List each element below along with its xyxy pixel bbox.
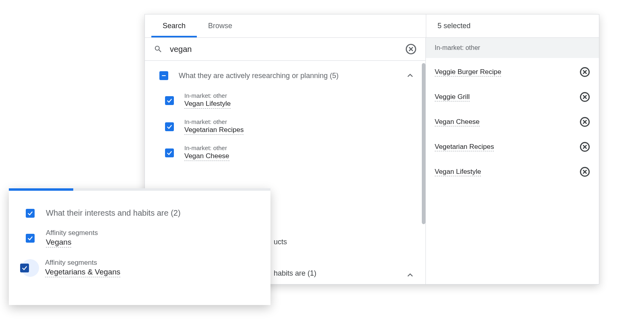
overlay-category: Affinity segments: [46, 229, 98, 237]
tabs-row: Search Browse 5 selected: [145, 14, 599, 38]
selected-group-header: In-market: other: [426, 38, 599, 58]
overlay-item-text: Affinity segments Vegetarians & Vegans: [45, 259, 120, 277]
search-icon: [154, 45, 163, 54]
scrollbar[interactable]: [422, 63, 425, 224]
clear-search-button[interactable]: [405, 43, 417, 55]
selected-name: Veggie Burger Recipe: [435, 68, 501, 76]
search-input[interactable]: [170, 45, 405, 54]
affinity-overlay-panel: What their interests and habits are (2) …: [9, 188, 270, 305]
checkbox-checked-icon[interactable]: [26, 234, 35, 243]
chevron-up-icon[interactable]: [406, 271, 414, 279]
result-item-text: In-market: other Vegetarian Recipes: [184, 118, 244, 135]
overlay-group[interactable]: What their interests and habits are (2): [26, 203, 258, 223]
checkbox-checked-icon[interactable]: [165, 148, 174, 157]
tabs: Search Browse: [145, 14, 426, 37]
result-name: Vegan Cheese: [184, 152, 229, 161]
overlay-category: Affinity segments: [45, 259, 120, 267]
checkbox-checked-icon[interactable]: [26, 209, 35, 218]
result-item-text: In-market: other Vegan Cheese: [184, 144, 229, 161]
checkbox-indeterminate-icon[interactable]: [159, 71, 168, 80]
overlay-group-label: What their interests and habits are (2): [46, 208, 181, 218]
overlay-body: What their interests and habits are (2) …: [9, 191, 270, 287]
result-item[interactable]: In-market: other Vegan Lifestyle: [145, 87, 425, 113]
result-category: In-market: other: [184, 144, 229, 151]
remove-button[interactable]: [580, 67, 590, 77]
selected-count: 5 selected: [426, 14, 599, 37]
tab-search[interactable]: Search: [151, 14, 197, 37]
selected-name: Vegan Lifestyle: [435, 168, 481, 176]
result-name: Vegetarian Recipes: [184, 126, 244, 135]
result-category: In-market: other: [184, 118, 244, 125]
remove-button[interactable]: [580, 117, 590, 127]
selected-name: Vegan Cheese: [435, 118, 480, 126]
result-category: In-market: other: [184, 92, 231, 99]
selected-column: In-market: other Veggie Burger Recipe Ve…: [426, 38, 599, 284]
remove-button[interactable]: [580, 167, 590, 177]
checkbox-checked-icon[interactable]: [165, 96, 174, 105]
chevron-up-icon[interactable]: [406, 72, 414, 80]
overlay-tab-indicator: [9, 188, 270, 191]
checkbox-checked-icon[interactable]: [20, 264, 29, 272]
tab-browse[interactable]: Browse: [197, 14, 244, 37]
result-item[interactable]: In-market: other Vegan Cheese: [145, 140, 425, 166]
overlay-name: Vegetarians & Vegans: [45, 268, 120, 277]
selected-name: Vegetarian Recipes: [435, 143, 494, 151]
overlay-item-text: Affinity segments Vegans: [46, 229, 98, 247]
focus-ring: [21, 259, 39, 277]
selected-item: Vegan Lifestyle: [426, 159, 599, 184]
selected-item: Vegetarian Recipes: [426, 134, 599, 159]
search-bar: [145, 38, 425, 61]
selected-list: Veggie Burger Recipe Veggie Grill Vegan …: [426, 58, 599, 186]
remove-button[interactable]: [580, 92, 590, 102]
checkbox-checked-icon[interactable]: [165, 122, 174, 131]
obscured-group-label: habits are (1): [274, 269, 316, 278]
overlay-item[interactable]: Affinity segments Vegans: [26, 223, 258, 253]
remove-button[interactable]: [580, 142, 590, 152]
selected-item: Veggie Grill: [426, 85, 599, 109]
result-name: Vegan Lifestyle: [184, 100, 231, 109]
overlay-name: Vegans: [46, 238, 71, 247]
result-item[interactable]: In-market: other Vegetarian Recipes: [145, 113, 425, 140]
selected-item: Veggie Burger Recipe: [426, 60, 599, 85]
result-item-text: In-market: other Vegan Lifestyle: [184, 92, 231, 109]
selected-name: Veggie Grill: [435, 93, 470, 101]
group-researching[interactable]: What they are actively researching or pl…: [145, 64, 425, 87]
selected-item: Vegan Cheese: [426, 109, 599, 134]
group-label: What they are actively researching or pl…: [179, 72, 406, 80]
overlay-active-tab-segment: [9, 188, 73, 191]
overlay-item[interactable]: Affinity segments Vegetarians & Vegans: [26, 253, 258, 283]
obscured-text: ucts: [274, 238, 287, 246]
